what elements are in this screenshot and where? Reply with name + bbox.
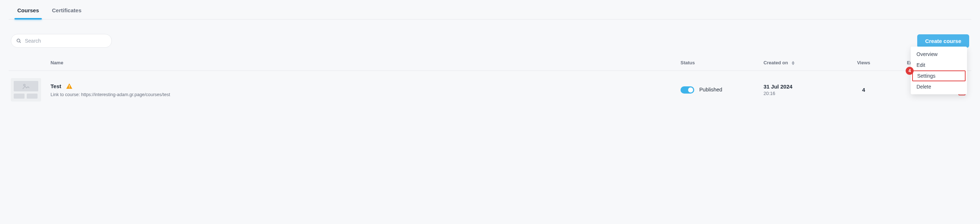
- search-icon: [16, 38, 21, 43]
- column-created[interactable]: Created on: [764, 60, 841, 66]
- column-created-label: Created on: [764, 60, 788, 66]
- svg-point-2: [24, 84, 25, 86]
- column-status[interactable]: Status: [681, 60, 764, 66]
- table-header: Name Status Created on Views Enrollments: [9, 55, 971, 71]
- course-thumbnail: [11, 78, 41, 101]
- course-link: Link to course: https://interesting-adam…: [51, 92, 681, 97]
- svg-rect-3: [69, 85, 70, 87]
- table-row: Test Link to course: https://interesting…: [9, 71, 971, 109]
- views-count: 4: [862, 87, 865, 93]
- svg-rect-4: [69, 87, 70, 88]
- created-date: 31 Jul 2024: [764, 83, 841, 90]
- sort-icon: [792, 61, 794, 65]
- create-course-button[interactable]: Create course: [917, 34, 969, 48]
- warning-icon: [66, 83, 73, 90]
- publish-toggle[interactable]: [681, 86, 694, 94]
- tab-courses[interactable]: Courses: [11, 0, 46, 19]
- course-title[interactable]: Test: [51, 83, 61, 89]
- column-views[interactable]: Views: [841, 60, 886, 66]
- tab-certificates[interactable]: Certificates: [46, 0, 88, 19]
- dropdown-edit[interactable]: Edit: [911, 59, 967, 70]
- dropdown-settings[interactable]: Settings: [912, 70, 966, 81]
- row-actions-dropdown: 4 Overview Edit Settings Delete: [911, 46, 967, 94]
- dropdown-overview[interactable]: Overview: [911, 49, 967, 59]
- status-label: Published: [699, 86, 722, 92]
- svg-line-1: [19, 42, 21, 43]
- column-name[interactable]: Name: [51, 60, 681, 66]
- tabs: Courses Certificates: [9, 0, 971, 19]
- dropdown-delete[interactable]: Delete: [911, 81, 967, 92]
- created-time: 20:16: [764, 91, 841, 96]
- search-input[interactable]: [25, 38, 107, 44]
- svg-point-0: [17, 39, 20, 42]
- annotation-marker-4: 4: [906, 67, 913, 75]
- search-field[interactable]: [11, 34, 112, 48]
